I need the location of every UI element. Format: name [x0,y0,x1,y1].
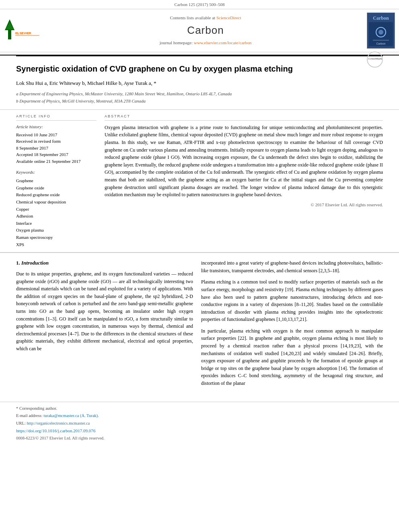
journal-banner: ELSEVIER Contents lists available at Sci… [0,9,399,52]
keyword-item: Adhesion [16,213,97,220]
url-note: URL: http://organicelectronics.mcmaster.… [16,420,383,427]
accepted-date: Accepted 18 September 2017 [16,151,97,158]
keyword-item: Reduced graphene oxide [16,191,97,199]
crossmark: CrossMark [367,51,383,68]
sciencedirect-link[interactable]: ScienceDirect [216,15,241,20]
revised-date: 8 September 2017 [16,145,97,152]
intro-para4: In particular, plasma etching with oxyge… [201,327,383,387]
history-title: Article history: [16,124,97,130]
journal-cover: Carbon Carbon [367,12,395,49]
abstract-section: ABSTRACT Oxygen plasma interaction with … [105,114,383,208]
received-date: Received 10 June 2017 [16,131,97,138]
url-value: http://organicelectronics.mcmaster.ca [27,421,90,425]
corresponding-note: * Corresponding author. [16,405,383,412]
abstract-col: ABSTRACT Oxygen plasma interaction with … [105,114,383,248]
svg-rect-0 [8,29,11,39]
svg-text:Carbon: Carbon [376,42,386,45]
main-right: incorporated into a great variety of gra… [201,259,383,391]
article-info-col: ARTICLE INFO Article history: Received 1… [16,114,97,248]
affiliation-a: a Department of Engineering Physics, McM… [16,90,363,97]
homepage-line: journal homepage: www.elsevier.com/locat… [44,40,367,46]
available-date: Available online 21 September 2017 [16,158,97,165]
footer-section: * Corresponding author. E-mail address: … [0,402,399,444]
abstract-text: Oxygen plasma interaction with graphene … [105,124,383,199]
keywords-list: GrapheneGraphene oxideReduced graphene o… [16,177,97,248]
keyword-item: Graphene oxide [16,185,97,192]
email-value: turaka@mcmaster.ca (A. Turak). [43,413,99,418]
intro-para3: Plasma etching is a common tool used to … [201,278,383,323]
intro-heading: 1. Introduction [16,259,193,267]
keywords-section: Keywords: GrapheneGraphene oxideReduced … [16,169,97,248]
keyword-item: XPS [16,241,97,249]
journal-header: Carbon 125 (2017) 500–508 ELSEVIER Con [0,0,399,55]
journal-ref: Carbon 125 (2017) 500–508 [175,2,225,7]
intro-para2: incorporated into a great variety of gra… [201,259,383,274]
sciencedirect-line: Contents lists available at ScienceDirec… [44,15,367,21]
affiliations: a Department of Engineering Physics, McM… [16,90,363,105]
elsevier-logo: ELSEVIER [4,17,40,44]
journal-top-bar: Carbon 125 (2017) 500–508 [0,0,399,9]
journal-center: Contents lists available at ScienceDirec… [44,15,367,46]
intro-para1: Due to its unique properties, graphene, … [16,270,193,353]
footer-issn: 0008-6223/© 2017 Elsevier Ltd. All right… [16,435,383,441]
crossmark-badge: CrossMark [367,51,383,68]
svg-text:ELSEVIER: ELSEVIER [15,31,31,35]
authors-line: Lok Shu Hui a, Eric Whiteway b, Michael … [16,80,363,87]
keyword-item: Oxygen plasma [16,227,97,234]
homepage-link[interactable]: www.elsevier.com/locate/carbon [194,40,251,45]
article-title: Synergistic oxidation of CVD graphene on… [16,64,363,74]
page: Carbon 125 (2017) 500–508 ELSEVIER Con [0,0,399,532]
copyright-line: © 2017 Elsevier Ltd. All rights reserved… [105,202,383,208]
main-content: 1. Introduction Due to its unique proper… [0,253,399,398]
abstract-label: ABSTRACT [105,114,383,121]
doi-link[interactable]: https://doi.org/10.1016/j.carbon.2017.09… [16,428,383,434]
keyword-item: Raman spectroscopy [16,234,97,241]
main-left: 1. Introduction Due to its unique proper… [16,259,193,391]
email-note: E-mail address: turaka@mcmaster.ca (A. T… [16,413,383,419]
keywords-title: Keywords: [16,169,97,176]
two-col-section: ARTICLE INFO Article history: Received 1… [0,110,399,253]
svg-point-7 [378,30,383,35]
journal-name: Carbon [44,23,367,38]
article-history-group: Article history: Received 10 June 2017 R… [16,124,97,164]
keyword-item: Chemical vapour deposition [16,199,97,206]
received-revised-label: Received in revised form [16,138,97,145]
article-info-label: ARTICLE INFO [16,114,97,121]
keyword-item: Graphene [16,177,97,185]
article-title-section: Synergistic oxidation of CVD graphene on… [0,56,399,110]
section-num: 1. [16,260,21,266]
keyword-item: Interface [16,220,97,227]
affiliation-b: b Department of Physics, McGill Universi… [16,98,363,105]
authors: Lok Shu Hui a, Eric Whiteway b, Michael … [16,80,156,86]
keyword-item: Copper [16,206,97,213]
